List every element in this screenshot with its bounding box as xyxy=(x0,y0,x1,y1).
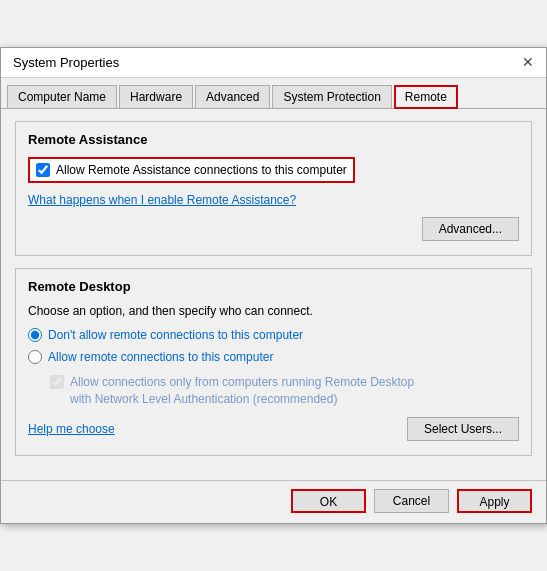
radio-dont-allow-row: Don't allow remote connections to this c… xyxy=(28,328,519,342)
tab-hardware[interactable]: Hardware xyxy=(119,85,193,109)
tab-system-protection[interactable]: System Protection xyxy=(272,85,391,109)
radio-allow[interactable] xyxy=(28,350,42,364)
allow-remote-assistance-row: Allow Remote Assistance connections to t… xyxy=(28,157,355,183)
advanced-button[interactable]: Advanced... xyxy=(422,217,519,241)
dialog-footer: OK Cancel Apply xyxy=(1,480,546,523)
remote-desktop-radio-group: Don't allow remote connections to this c… xyxy=(28,328,519,364)
system-properties-dialog: System Properties ✕ Computer Name Hardwa… xyxy=(0,47,547,525)
close-button[interactable]: ✕ xyxy=(518,52,538,72)
radio-allow-row: Allow remote connections to this compute… xyxy=(28,350,519,364)
sub-checkbox-section: Allow connections only from computers ru… xyxy=(50,374,519,408)
nla-checkbox[interactable] xyxy=(50,375,64,389)
remote-assistance-link[interactable]: What happens when I enable Remote Assist… xyxy=(28,193,519,207)
radio-dont-allow[interactable] xyxy=(28,328,42,342)
nla-label: Allow connections only from computers ru… xyxy=(70,374,414,408)
tab-advanced[interactable]: Advanced xyxy=(195,85,270,109)
remote-desktop-subtitle: Choose an option, and then specify who c… xyxy=(28,304,519,318)
tab-content: Remote Assistance Allow Remote Assistanc… xyxy=(1,109,546,481)
radio-allow-label[interactable]: Allow remote connections to this compute… xyxy=(48,350,273,364)
remote-assistance-section: Remote Assistance Allow Remote Assistanc… xyxy=(15,121,532,256)
nla-checkbox-row: Allow connections only from computers ru… xyxy=(50,374,519,408)
tab-remote[interactable]: Remote xyxy=(394,85,458,109)
nla-label-part1: Allow connections only from computers ru… xyxy=(70,375,414,389)
allow-remote-assistance-label[interactable]: Allow Remote Assistance connections to t… xyxy=(56,163,347,177)
title-bar: System Properties ✕ xyxy=(1,48,546,78)
apply-button[interactable]: Apply xyxy=(457,489,532,513)
ok-button[interactable]: OK xyxy=(291,489,366,513)
nla-label-part2: with Network Level Authentication (recom… xyxy=(70,392,337,406)
dialog-title: System Properties xyxy=(13,55,119,70)
remote-desktop-bottom-row: Help me choose Select Users... xyxy=(28,417,519,441)
allow-remote-assistance-checkbox[interactable] xyxy=(36,163,50,177)
cancel-button[interactable]: Cancel xyxy=(374,489,449,513)
radio-dont-allow-label[interactable]: Don't allow remote connections to this c… xyxy=(48,328,303,342)
remote-desktop-section: Remote Desktop Choose an option, and the… xyxy=(15,268,532,457)
tab-computer-name[interactable]: Computer Name xyxy=(7,85,117,109)
remote-desktop-title: Remote Desktop xyxy=(28,279,519,294)
select-users-button[interactable]: Select Users... xyxy=(407,417,519,441)
remote-assistance-title: Remote Assistance xyxy=(28,132,519,147)
advanced-row: Advanced... xyxy=(28,217,519,241)
tab-strip: Computer Name Hardware Advanced System P… xyxy=(1,78,546,109)
help-me-choose-link[interactable]: Help me choose xyxy=(28,422,115,436)
